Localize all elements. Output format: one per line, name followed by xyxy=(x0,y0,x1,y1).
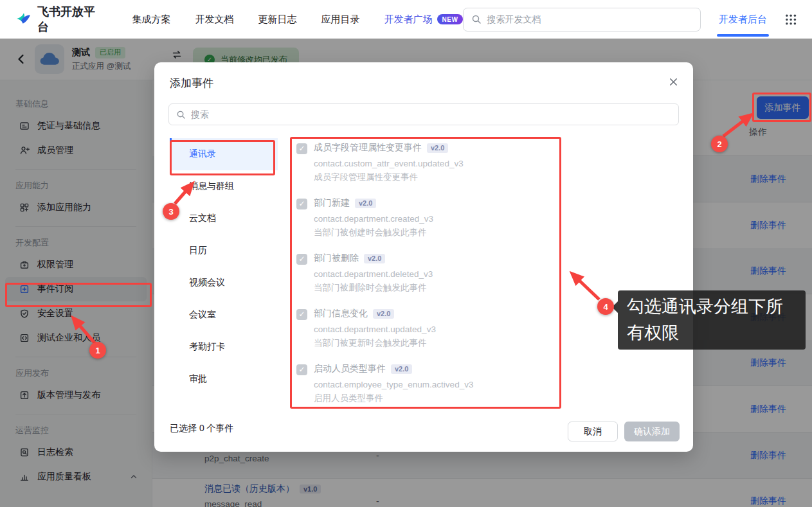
search-icon xyxy=(471,14,482,24)
brand-name: 飞书开放平台 xyxy=(37,4,104,35)
annotation-step-4: 4 xyxy=(597,298,614,315)
event-title: 部门新建 xyxy=(314,197,350,209)
category-meeting-room[interactable]: 会议室 xyxy=(170,299,278,331)
event-code: contact.custom_attr_event.updated_v3 xyxy=(314,159,676,168)
add-event-modal: 添加事件 通讯录 消息与群组 云文档 日历 视频会议 会议室 考勤打卡 审批 ✓… xyxy=(154,62,693,452)
confirm-add-button[interactable]: 确认添加 xyxy=(624,422,680,441)
event-item[interactable]: ✓ 部门新建v2.0 contact.department.created_v3… xyxy=(291,195,676,251)
event-code: contact.department.created_v3 xyxy=(314,214,676,224)
modal-search-box[interactable] xyxy=(168,103,679,125)
developer-market-label: 开发者广场 xyxy=(384,13,433,26)
annotation-step-1: 1 xyxy=(89,342,106,359)
checkbox-checked-disabled[interactable]: ✓ xyxy=(296,309,307,320)
event-code: contact.department.deleted_v3 xyxy=(314,269,676,279)
brand-logo[interactable]: 飞书开放平台 xyxy=(15,4,104,35)
feishu-logo-icon xyxy=(15,11,32,28)
top-nav: 飞书开放平台 集成方案 开发文档 更新日志 应用目录 开发者广场 NEW 开发者… xyxy=(0,0,812,39)
annotation-step-2: 2 xyxy=(711,136,728,152)
checkbox-checked-disabled[interactable]: ✓ xyxy=(296,199,307,209)
search-icon xyxy=(176,110,186,120)
version-badge: v2.0 xyxy=(364,254,385,263)
modal-search-input[interactable] xyxy=(191,109,671,120)
selected-count-text: 已选择 0 个事件 xyxy=(170,423,234,434)
version-badge: v2.0 xyxy=(355,199,376,208)
event-title: 部门信息变化 xyxy=(314,308,368,319)
category-calendar[interactable]: 日历 xyxy=(170,235,278,267)
developer-console-link[interactable]: 开发者后台 xyxy=(719,13,767,26)
event-description: 当部门被创建时会触发此事件 xyxy=(314,227,676,238)
category-cloud-docs[interactable]: 云文档 xyxy=(170,202,278,235)
event-description: 启用人员类型事件 xyxy=(314,393,676,404)
new-badge: NEW xyxy=(437,14,464,24)
docs-search-box[interactable] xyxy=(463,8,700,31)
close-icon xyxy=(668,76,679,87)
event-title: 启动人员类型事件 xyxy=(314,363,386,375)
event-category-list: 通讯录 消息与群组 云文档 日历 视频会议 会议室 考勤打卡 审批 xyxy=(170,138,278,395)
event-list: ✓ 成员字段管理属性变更事件v2.0 contact.custom_attr_e… xyxy=(291,140,676,416)
annotation-step-3: 3 xyxy=(163,203,179,220)
category-attendance[interactable]: 考勤打卡 xyxy=(170,331,278,363)
docs-search-input[interactable] xyxy=(487,14,692,24)
version-badge: v2.0 xyxy=(427,143,448,153)
screen: 飞书开放平台 集成方案 开发文档 更新日志 应用目录 开发者广场 NEW 开发者… xyxy=(0,0,812,507)
nav-item-docs[interactable]: 开发文档 xyxy=(195,13,234,26)
nav-item-developer-market[interactable]: 开发者广场 NEW xyxy=(384,13,464,26)
nav-item-app-directory[interactable]: 应用目录 xyxy=(321,13,360,26)
cancel-button[interactable]: 取消 xyxy=(568,422,618,441)
checkbox-checked-disabled[interactable]: ✓ xyxy=(296,254,307,265)
annotation-tooltip: 勾选通讯录分组下所有权限 xyxy=(618,290,806,350)
apps-grid-icon[interactable] xyxy=(785,13,797,26)
nav-item-changelog[interactable]: 更新日志 xyxy=(258,13,297,26)
category-contacts[interactable]: 通讯录 xyxy=(170,138,278,170)
version-badge: v2.0 xyxy=(391,364,412,374)
category-messages-groups[interactable]: 消息与群组 xyxy=(170,170,278,202)
primary-nav: 集成方案 开发文档 更新日志 应用目录 开发者广场 NEW xyxy=(132,13,464,26)
modal-close-button[interactable] xyxy=(668,76,679,90)
checkbox-checked-disabled[interactable]: ✓ xyxy=(296,143,307,154)
category-video-meeting[interactable]: 视频会议 xyxy=(170,267,278,299)
event-title: 成员字段管理属性变更事件 xyxy=(314,142,422,154)
event-item[interactable]: ✓ 成员字段管理属性变更事件v2.0 contact.custom_attr_e… xyxy=(291,140,676,195)
event-description: 成员字段管理属性变更事件 xyxy=(314,172,676,183)
category-approval[interactable]: 审批 xyxy=(170,363,278,395)
nav-item-integration[interactable]: 集成方案 xyxy=(132,13,171,26)
modal-title: 添加事件 xyxy=(170,76,213,91)
checkbox-checked-disabled[interactable]: ✓ xyxy=(296,364,307,375)
event-item[interactable]: ✓ 启动人员类型事件v2.0 contact.employee_type_enu… xyxy=(291,361,676,416)
version-badge: v2.0 xyxy=(373,309,394,319)
event-title: 部门被删除 xyxy=(314,253,359,264)
event-code: contact.employee_type_enum.actived_v3 xyxy=(314,380,676,389)
